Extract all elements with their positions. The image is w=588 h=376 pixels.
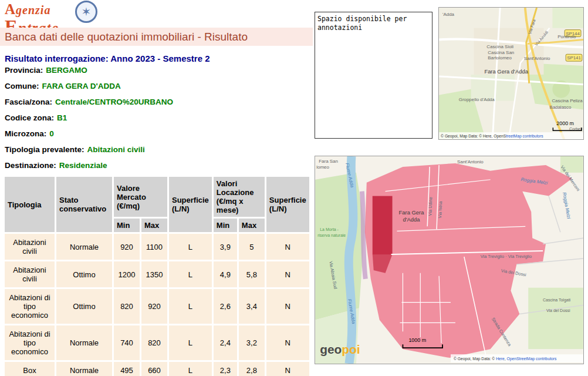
map-label: Fara Gera [398, 209, 424, 216]
cell-min-locazione: 2,6 [214, 289, 237, 324]
cell-min-mercato: 495 [114, 362, 140, 376]
green-area [552, 8, 583, 28]
map-label: d'Adda [403, 216, 420, 223]
field-label: Tipologia prevalente: [5, 145, 85, 154]
field-value: Centrale/CENTRO%20URBANO [55, 98, 173, 106]
col-header-min-mercato: Min [114, 219, 140, 232]
map-attribution: © Geopoi, Map Data: © Here, OpenStreetMa… [441, 134, 543, 139]
annotations-area: Spazio disponibile per annotazioni [315, 12, 432, 139]
table-row: Box Normale 495 660 L 2,3 2,8 N [5, 362, 309, 376]
cell-superficie-1: L [169, 325, 212, 360]
map-label: Pontirolo [557, 34, 576, 39]
field-label: Fascia/zona: [5, 98, 52, 106]
table-row: Abitazioni civili Ottimo 1200 1350 L 4,9… [5, 261, 309, 287]
attribution-link-osm[interactable]: OpenStreetMap contributors [507, 357, 557, 361]
cell-max-mercato: 920 [141, 289, 167, 324]
map-label: La Morta - [320, 227, 339, 231]
cell-max-mercato: 660 [141, 362, 167, 376]
cell-stato: Normale [56, 362, 112, 376]
annotations-textarea[interactable]: Spazio disponibile per annotazioni [315, 12, 432, 139]
cell-tipologia: Abitazioni civili [5, 234, 55, 260]
cell-superficie-1: L [169, 289, 212, 324]
cell-min-locazione: 2,4 [214, 325, 237, 360]
field-provincia: Provincia:BERGAMO [5, 66, 173, 82]
overview-map[interactable]: SP144 SP141 'Adda Pontirolo Via Fara Via… [438, 7, 584, 140]
field-value: Residenziale [59, 161, 107, 170]
logo-line-agenzia: Agenzia [5, 2, 59, 17]
result-heading: Risultato interrogazione: Anno 2023 - Se… [5, 53, 210, 63]
scale-label: 2000 m [556, 120, 574, 126]
cell-max-locazione: 3,4 [239, 289, 265, 324]
page: Agenzia Entrate ✶ Banca dati delle quota… [0, 0, 588, 376]
quotations-table: Tipologia Stato conservativo Valore Merc… [3, 175, 311, 376]
map-label: Via Udine [427, 197, 433, 216]
field-microzona: Microzona:0 [5, 129, 173, 145]
geopoi-logo-geo: geo [320, 343, 342, 356]
zone-map[interactable]: Sant'Antonio Fara San lomeo Via Udine Vi… [315, 156, 584, 364]
table-row: Abitazioni civili Normale 920 1100 L 3,9… [5, 234, 309, 260]
col-header-tipologia: Tipologia [5, 177, 55, 232]
cell-superficie-1: L [169, 261, 212, 287]
cell-min-mercato: 820 [114, 289, 140, 324]
cell-stato: Ottimo [56, 289, 112, 324]
cell-max-mercato: 820 [141, 325, 167, 360]
cell-tipologia: Box [5, 362, 55, 376]
cell-min-locazione: 2,3 [214, 362, 237, 376]
logo-cap-a: A [5, 1, 16, 17]
field-codice-zona: Codice zona:B1 [5, 113, 173, 129]
emblem-star-icon: ✶ [82, 5, 92, 19]
map-label: Cascina Sioli [486, 44, 513, 49]
attribution-link[interactable]: treetMap contributors [506, 134, 543, 139]
geopoi-logo: geopoi [320, 343, 360, 356]
cell-superficie-2: N [266, 325, 309, 360]
map-label: Sant'Antonio [457, 159, 484, 164]
map-label: Cascina San [488, 50, 514, 55]
field-label: Comune: [5, 82, 39, 90]
cell-min-locazione: 3,9 [214, 234, 237, 260]
map-attribution: © Geopoi, Map Data: © Here, OpenStreetMa… [454, 357, 557, 361]
map-label: Cascina Tolgati [543, 298, 570, 303]
cell-superficie-2: N [266, 289, 309, 324]
map-label: Sant'Antonio [524, 56, 550, 61]
col-header-max-locazione: Max [239, 219, 265, 232]
cell-max-locazione: 2,8 [239, 362, 265, 376]
field-value: FARA GERA D'ADDA [42, 82, 121, 90]
field-comune: Comune:FARA GERA D'ADDA [5, 82, 173, 98]
green-area [528, 288, 583, 349]
table-header-row: Tipologia Stato conservativo Valore Merc… [5, 177, 309, 217]
cell-stato: Normale [56, 325, 112, 360]
col-header-stato-conservativo: Stato conservativo [56, 177, 112, 232]
cell-max-mercato: 1100 [141, 234, 167, 260]
table-row: Abitazioni di tipo economico Ottimo 820 … [5, 289, 309, 324]
map-label: lomeo [316, 164, 329, 170]
zone-map-canvas: Sant'Antonio Fara San lomeo Via Udine Vi… [315, 156, 583, 364]
cell-stato: Ottimo [56, 261, 112, 287]
cell-min-mercato: 1200 [114, 261, 140, 287]
cell-superficie-2: N [266, 362, 309, 376]
field-label: Destinazione: [5, 161, 56, 170]
cell-min-locazione: 4,9 [214, 261, 237, 287]
map-label: Cascina Peliza [552, 98, 583, 103]
col-header-max-mercato: Max [141, 219, 167, 232]
attribution-text: © Geopoi, Map Data: © [454, 357, 496, 361]
map-label: riserva naturale [317, 233, 346, 237]
cell-superficie-1: L [169, 234, 212, 260]
col-header-min-locazione: Min [214, 219, 237, 232]
map-label: Via Istria [437, 201, 443, 219]
field-tipologia-prevalente: Tipologia prevalente:Abitazioni civili [5, 145, 173, 161]
field-label: Provincia: [5, 66, 43, 75]
cell-superficie-2: N [266, 261, 309, 287]
cell-tipologia: Abitazioni di tipo economico [5, 289, 55, 324]
map-label: Fara San [319, 159, 338, 164]
result-fields: Provincia:BERGAMO Comune:FARA GERA D'ADD… [5, 66, 173, 177]
field-value: 0 [49, 129, 54, 138]
scale-label: 1000 m [408, 337, 426, 343]
col-header-superficie-1: Superficie (L/N) [169, 177, 212, 232]
col-header-superficie-2: Superficie (L/N) [266, 177, 309, 232]
map-label: Via del Dossi [546, 308, 570, 313]
map-label: Fara Gera d'Adda [484, 68, 528, 75]
attribution-link-here[interactable]: Here [496, 357, 505, 361]
road-badge-label: SP141 [567, 55, 581, 61]
cell-max-locazione: 5 [239, 234, 265, 260]
italy-state-emblem-icon: ✶ [75, 1, 97, 23]
